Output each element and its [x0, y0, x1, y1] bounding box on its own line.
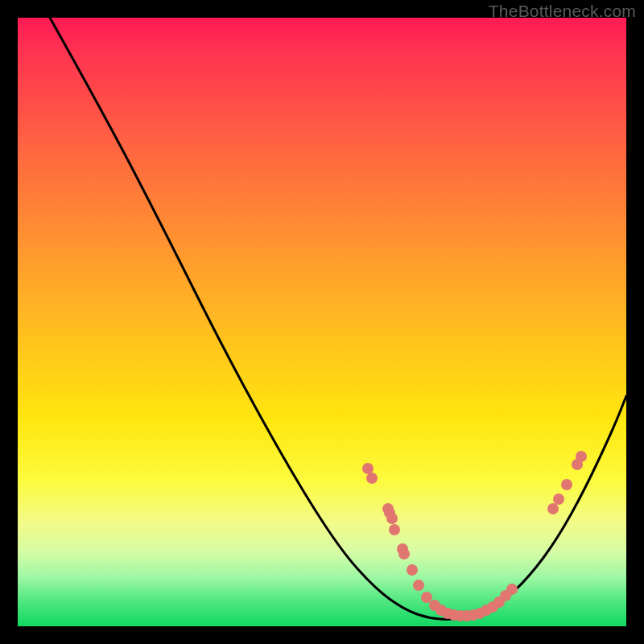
data-dot: [413, 580, 424, 591]
data-dot: [366, 473, 378, 484]
data-dot: [553, 493, 564, 505]
data-dot: [421, 592, 432, 603]
data-dot: [576, 451, 587, 462]
data-dots-group: [362, 451, 587, 621]
data-dot: [506, 584, 518, 595]
chart-area: [18, 18, 626, 626]
data-dot: [547, 503, 559, 514]
watermark-text: TheBottleneck.com: [489, 2, 636, 21]
chart-svg: [18, 18, 626, 626]
data-dot: [561, 479, 572, 490]
data-dot: [386, 513, 398, 524]
data-dot: [398, 548, 410, 559]
data-dot: [389, 524, 400, 535]
data-dot: [362, 463, 374, 474]
data-dot: [407, 564, 418, 576]
bottleneck-curve: [50, 18, 626, 619]
